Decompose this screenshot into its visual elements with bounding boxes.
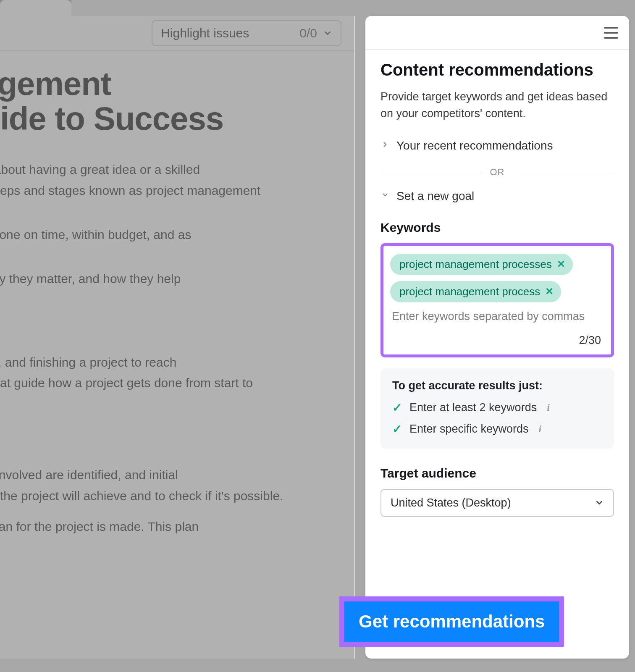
highlight-issues-count: 0/0 — [299, 26, 317, 40]
document-heading: gement? — [0, 312, 354, 338]
document-paragraph: cess isn't just about having a great ide… — [0, 159, 354, 200]
document-paragraph: cking progress, and finishing a project … — [0, 352, 354, 393]
keywords-placeholder: Enter keywords separated by commas — [392, 310, 604, 323]
document-paragraph: re a detailed plan for the project is ma… — [0, 516, 354, 537]
document-paragraph: re set, people involved are identified, … — [0, 465, 354, 506]
chevron-down-icon — [323, 29, 332, 38]
tip-label: Enter at least 2 keywords — [409, 401, 537, 414]
document-heading: lanagement — [0, 422, 354, 447]
keywords-input-box[interactable]: project management processes ✕ project m… — [380, 243, 614, 357]
keyword-chip-label: project management process — [399, 285, 540, 298]
keywords-heading: Keywords — [380, 220, 614, 235]
document-title: ct Management ide to Success — [0, 66, 354, 136]
remove-chip-icon[interactable]: ✕ — [557, 258, 565, 270]
tip-row: ✓ Enter at least 2 keywords i — [392, 401, 602, 415]
cta-highlight: Get recommendations — [339, 596, 564, 647]
document-area: Highlight issues 0/0 ct Management ide t… — [0, 16, 355, 659]
chevron-right-icon — [381, 141, 389, 150]
recent-recommendations-label: Your recent recommendations — [396, 139, 553, 152]
keyword-chip-list: project management processes ✕ project m… — [390, 254, 604, 302]
panel-header — [365, 16, 629, 50]
get-recommendations-button[interactable]: Get recommendations — [344, 601, 559, 642]
check-icon: ✓ — [392, 422, 402, 436]
check-icon: ✓ — [392, 401, 402, 415]
target-audience-select[interactable]: United States (Desktop) — [380, 489, 614, 517]
or-label: OR — [490, 167, 505, 178]
target-audience-value: United States (Desktop) — [391, 496, 511, 509]
chevron-down-icon — [381, 191, 389, 201]
recent-recommendations-toggle[interactable]: Your recent recommendations — [380, 136, 614, 155]
tips-card: To get accurate results just: ✓ Enter at… — [380, 368, 614, 449]
set-new-goal-label: Set a new goal — [396, 189, 474, 203]
target-audience-heading: Target audience — [380, 466, 614, 480]
keyword-chip[interactable]: project management processes ✕ — [390, 254, 573, 275]
highlight-issues-dropdown[interactable]: Highlight issues 0/0 — [152, 20, 341, 46]
chevron-down-icon — [595, 498, 604, 507]
panel-description: Provide target keywords and get ideas ba… — [380, 89, 614, 122]
tab-edge — [0, 0, 71, 16]
menu-icon[interactable] — [604, 27, 618, 39]
panel-title: Content recommendations — [380, 60, 614, 79]
info-icon[interactable]: i — [547, 402, 550, 413]
tip-label: Enter specific keywords — [409, 423, 529, 436]
document-paragraph: t projects are done on time, within budg… — [0, 224, 354, 245]
or-divider: OR — [380, 167, 614, 178]
recommendations-panel: Content recommendations Provide target k… — [365, 16, 629, 659]
highlight-issues-label: Highlight issues — [161, 26, 249, 40]
document-paragraph: groups are, why they matter, and how the… — [0, 268, 354, 289]
remove-chip-icon[interactable]: ✕ — [545, 286, 554, 297]
document-body: ct Management ide to Success cess isn't … — [0, 51, 354, 537]
keyword-chip[interactable]: project management process ✕ — [390, 281, 561, 302]
keyword-chip-label: project management processes — [399, 258, 552, 271]
tips-heading: To get accurate results just: — [392, 379, 602, 392]
tip-row: ✓ Enter specific keywords i — [392, 422, 602, 436]
keywords-counter: 2/30 — [390, 334, 604, 349]
info-icon[interactable]: i — [539, 423, 542, 435]
set-new-goal-toggle[interactable]: Set a new goal — [380, 187, 614, 205]
document-toolbar: Highlight issues 0/0 — [0, 16, 354, 51]
